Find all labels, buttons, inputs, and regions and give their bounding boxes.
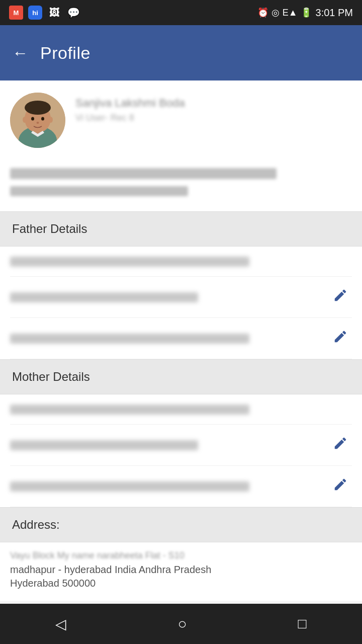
pencil-icon (333, 436, 348, 451)
back-button[interactable]: ← (12, 45, 28, 61)
father-details-header: Father Details (0, 211, 362, 247)
app-bar: ← Profile (0, 25, 362, 80)
edit-father-email-button[interactable] (329, 327, 352, 350)
father-name-row (10, 247, 352, 277)
avatar (10, 93, 65, 148)
signal-icon: E▲ (283, 8, 298, 18)
mother-details-header: Mother Details (0, 359, 362, 394)
mother-phone-row (10, 425, 352, 466)
profile-sub: Vi User- Rec 8 (75, 113, 352, 123)
father-email (10, 334, 249, 344)
info-line-1 (10, 168, 277, 179)
time-display: 3:01 PM (316, 7, 353, 19)
bottom-navigation (0, 604, 362, 644)
svg-point-8 (23, 117, 27, 123)
profile-header: Sanjiva Lakshmi Boda Vi User- Rec 8 (0, 80, 362, 158)
father-name (10, 257, 249, 267)
svg-point-4 (25, 101, 51, 115)
svg-point-6 (41, 117, 44, 121)
status-right: ⏰ ◎ E▲ 🔋 3:01 PM (257, 7, 353, 19)
father-phone-row (10, 277, 352, 318)
battery-icon: 🔋 (301, 7, 312, 18)
address-label: Address: (12, 518, 60, 531)
pencil-icon (333, 477, 348, 492)
mother-name-row (10, 394, 352, 425)
mother-phone (10, 440, 198, 450)
nav-recents-button[interactable] (283, 611, 322, 637)
father-phone (10, 292, 198, 302)
avatar-image (10, 93, 65, 148)
address-line2: madhapur - hyderabad India Andhra Prades… (10, 564, 352, 576)
svg-point-5 (31, 117, 34, 121)
hi-icon: hi (28, 6, 42, 20)
pencil-icon (333, 288, 348, 303)
gallery-icon: 🖼 (47, 6, 61, 20)
father-details-section (0, 247, 362, 359)
mother-details-section (0, 394, 362, 507)
svg-point-7 (37, 122, 39, 124)
profile-info: Sanjiva Lakshmi Boda Vi User- Rec 8 (75, 93, 352, 123)
mother-email-row (10, 466, 352, 507)
wifi-icon: ◎ (272, 7, 280, 18)
edit-mother-email-button[interactable] (329, 475, 352, 498)
nav-home-button[interactable] (162, 610, 202, 637)
father-details-label: Father Details (12, 222, 87, 235)
svg-point-9 (49, 117, 53, 123)
messages-icon: 💬 (66, 6, 80, 20)
gmail-icon: M (9, 6, 23, 20)
nav-back-button[interactable] (40, 611, 81, 637)
profile-name: Sanjiva Lakshmi Boda (75, 97, 352, 110)
alarm-icon: ⏰ (257, 7, 268, 18)
address-section: Vayu Block My name narabheeta Flat - S10… (0, 542, 362, 601)
address-line1: Vayu Block My name narabheeta Flat - S10 (10, 550, 352, 561)
address-header: Address: (0, 507, 362, 542)
info-line-2 (10, 186, 188, 196)
status-icons-left: M hi 🖼 💬 (9, 6, 80, 20)
edit-father-phone-button[interactable] (329, 286, 352, 308)
father-email-row (10, 318, 352, 359)
mother-name (10, 405, 249, 415)
system-icons: ⏰ ◎ E▲ 🔋 (257, 7, 312, 18)
info-lines (0, 158, 362, 211)
address-line3: Hyderabad 500000 (10, 578, 352, 589)
page-title: Profile (40, 43, 90, 63)
status-bar: M hi 🖼 💬 ⏰ ◎ E▲ 🔋 3:01 PM (0, 0, 362, 25)
pencil-icon (333, 329, 348, 344)
edit-mother-phone-button[interactable] (329, 434, 352, 456)
mother-details-label: Mother Details (12, 370, 90, 383)
mother-email (10, 481, 249, 492)
